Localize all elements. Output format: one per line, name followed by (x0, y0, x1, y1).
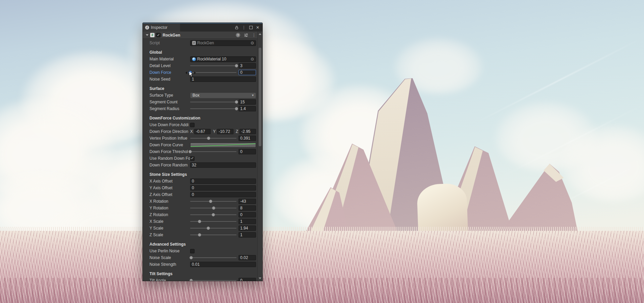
object-field[interactable]: RockMaterial 10⊙ (190, 56, 256, 62)
window-controls: ⋮ ✕ (235, 23, 262, 32)
field-label: Z Rotation (149, 212, 190, 217)
vector-field-y[interactable]: -10.72 (217, 129, 233, 134)
text-field[interactable]: 0 (190, 179, 256, 184)
axis-label-x: X (190, 129, 193, 134)
component-menu-icon[interactable]: ⋮ (252, 33, 256, 37)
slider-track[interactable] (190, 214, 237, 215)
value-field[interactable]: 0 (239, 212, 256, 217)
slider-thumb[interactable] (189, 256, 193, 259)
inspector-titlebar: i Inspector ⋮ ✕ (143, 23, 262, 32)
scrollbar[interactable] (257, 32, 262, 281)
component-enabled-checkbox[interactable]: ✓ (156, 33, 161, 37)
slider-track[interactable] (190, 257, 237, 258)
slider-track[interactable] (190, 221, 237, 222)
slider-thumb[interactable] (235, 100, 238, 104)
value-field[interactable]: 0.391 (239, 136, 256, 141)
lock-icon[interactable] (235, 26, 239, 30)
row-z-axis-offset: Z Axis Offset0 (143, 191, 257, 198)
section-header-tilt-settings: Tilt Settings (143, 270, 257, 277)
value-field[interactable]: 1 (239, 219, 256, 224)
checkbox-use-down-force-addi[interactable] (190, 123, 195, 127)
curve-field[interactable] (190, 143, 256, 148)
slider-thumb[interactable] (235, 64, 238, 67)
slider-track[interactable] (190, 228, 237, 229)
slider-track[interactable] (190, 108, 237, 109)
value-field[interactable]: 8 (239, 205, 256, 211)
slider-thumb[interactable] (212, 213, 215, 216)
slider-track[interactable] (190, 102, 237, 102)
slider-track[interactable] (190, 138, 237, 139)
material-sphere-icon (192, 57, 196, 61)
slider-thumb[interactable] (235, 107, 238, 110)
section-header-stone-size-settings: Stone Size Settings (143, 171, 257, 178)
section-header-surface: Surface (143, 85, 257, 92)
checkbox-use-perlin-noise[interactable] (190, 249, 195, 253)
unity-editor-screen: i Inspector ⋮ ✕ # ✓ RockGen ? (0, 0, 644, 303)
tab-inspector[interactable]: i Inspector (143, 23, 180, 32)
scrollbar-thumb[interactable] (259, 48, 261, 146)
value-field[interactable]: 3 (239, 63, 256, 68)
window-menu-icon[interactable]: ⋮ (242, 26, 246, 30)
close-icon[interactable]: ✕ (256, 26, 259, 30)
slider-thumb[interactable] (189, 279, 193, 281)
slider-thumb[interactable] (188, 150, 192, 153)
slider-track[interactable] (190, 65, 237, 66)
value-field[interactable]: 1.4 (239, 106, 256, 111)
object-picker-icon[interactable]: ⊙ (251, 41, 254, 45)
object-picker-icon[interactable]: ⊙ (251, 57, 254, 61)
maximize-icon[interactable] (249, 26, 253, 29)
slider-track[interactable] (190, 201, 237, 202)
vector-field-x[interactable]: -0.67 (194, 129, 211, 134)
slider-track[interactable] (190, 151, 237, 152)
text-field[interactable]: 1 (190, 77, 256, 82)
slider-track[interactable] (190, 235, 237, 235)
value-field[interactable]: 0 (239, 278, 256, 281)
value-field[interactable]: 0.02 (239, 255, 256, 260)
check-icon: ✓ (157, 33, 160, 37)
scroll-down-icon[interactable] (259, 277, 261, 279)
slider-track[interactable] (190, 72, 237, 73)
drag-arrow-right-icon (194, 71, 196, 74)
value-field[interactable]: 15 (239, 99, 256, 105)
slider-thumb[interactable] (209, 200, 212, 203)
help-icon[interactable]: ? (236, 33, 240, 37)
value-field[interactable]: 0 (239, 70, 256, 75)
slider-thumb[interactable] (207, 137, 210, 140)
grass-shadow-streaks (0, 278, 644, 303)
text-field[interactable]: 0 (190, 192, 256, 197)
vector-field-z[interactable]: -2.95 (240, 129, 256, 134)
field-label: Noise Scale (149, 255, 190, 260)
value-field[interactable]: 0 (239, 149, 256, 154)
dropdown-surface-type[interactable]: Box▾ (190, 93, 256, 98)
field-label: Script (149, 41, 190, 45)
slider-thumb[interactable] (207, 226, 210, 230)
component-header-icons: ? ⋮ (236, 33, 260, 37)
scroll-up-icon[interactable] (259, 33, 261, 35)
object-field-value: RockGen (197, 41, 214, 45)
text-field[interactable]: 0 (190, 185, 256, 191)
value-field[interactable]: 1.94 (239, 225, 256, 231)
field-label: Segment Radius (149, 106, 190, 111)
foldout-arrow-icon[interactable] (146, 34, 148, 36)
row-y-axis-offset: Y Axis Offset0 (143, 185, 257, 191)
presets-icon[interactable] (244, 33, 248, 37)
dropdown-value: Box (192, 93, 200, 98)
slider-thumb[interactable] (198, 233, 201, 237)
field-label: Surface Type (149, 93, 190, 98)
value-field[interactable]: -43 (239, 199, 256, 204)
value-field[interactable]: 1 (239, 232, 256, 238)
text-field[interactable]: 0.01 (190, 262, 256, 267)
checkbox-use-random-down-fo[interactable]: ✓ (190, 156, 195, 161)
text-field[interactable]: 32 (190, 162, 256, 168)
row-x-rotation: X Rotation-43 (143, 198, 257, 205)
row-surface-type: Surface TypeBox▾ (143, 92, 257, 99)
slider-thumb[interactable] (198, 220, 201, 223)
slider-track[interactable] (190, 208, 237, 208)
slider-thumb[interactable] (212, 206, 215, 210)
row-segment-radius: Segment Radius1.4 (143, 105, 257, 112)
object-field-script[interactable]: #RockGen⊙ (190, 40, 256, 46)
slider-track[interactable] (190, 280, 237, 281)
row-vertex-position-influe: Vertex Position Influe0.391 (143, 135, 257, 142)
row-x-axis-offset: X Axis Offset0 (143, 178, 257, 185)
row-noise-scale: Noise Scale0.02 (143, 254, 257, 261)
